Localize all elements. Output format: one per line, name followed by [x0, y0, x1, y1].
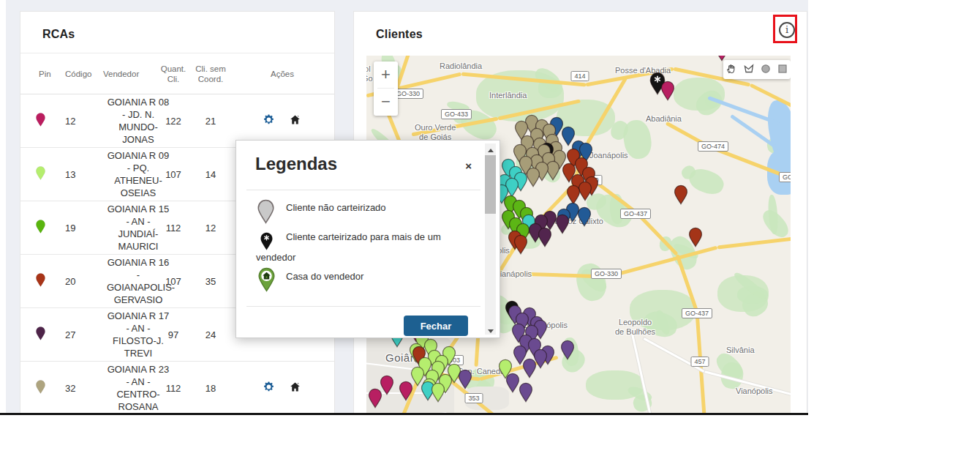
row-code: 12 — [65, 116, 75, 127]
legend-item-label: Cliente carteirizado para mais de um ven… — [256, 227, 477, 268]
map-place-label: Abadiânia — [646, 114, 682, 124]
row-no-coord: 21 — [195, 116, 227, 127]
map-place-label: Leopoldode Bulhões — [615, 318, 655, 337]
row-code: 27 — [65, 329, 75, 340]
map-pin[interactable] — [660, 81, 676, 104]
map-pin[interactable] — [368, 388, 383, 411]
row-no-coord: 14 — [195, 169, 227, 180]
info-icon[interactable]: i — [779, 22, 795, 38]
row-no-coord: 35 — [195, 276, 227, 287]
row-settings-button[interactable] — [263, 381, 275, 395]
map-pin[interactable] — [431, 382, 446, 406]
row-pin-icon — [35, 273, 46, 290]
map-pin[interactable] — [522, 358, 538, 381]
road-shield: GO-330 — [591, 269, 622, 279]
window-bottom-border — [0, 413, 808, 415]
map-pin[interactable] — [458, 369, 473, 392]
pan-tool-button[interactable] — [725, 62, 739, 77]
row-code: 20 — [65, 276, 75, 287]
zoom-in-button[interactable]: + — [374, 61, 398, 88]
row-code: 32 — [65, 383, 75, 394]
row-code: 19 — [65, 223, 75, 234]
row-qty: 122 — [157, 116, 189, 127]
map-place-label: Interlândia — [489, 91, 527, 100]
scrollbar-thumb[interactable] — [485, 155, 496, 214]
polygon-tool-button[interactable] — [742, 62, 756, 77]
map-pin[interactable] — [674, 184, 689, 208]
road-shield: GO-437 — [620, 209, 651, 219]
row-pin-icon — [35, 326, 46, 343]
circle-tool-button[interactable] — [758, 62, 773, 77]
column-pin: Pin — [39, 69, 51, 79]
map-pin[interactable] — [519, 382, 534, 406]
row-settings-button[interactable] — [263, 113, 275, 128]
column-vendor: Vendedor — [103, 69, 139, 79]
row-pin-icon — [35, 113, 46, 130]
map-pin[interactable] — [560, 340, 576, 363]
close-icon[interactable]: × — [465, 160, 472, 172]
road-shield: GO — [779, 172, 791, 182]
map-place-label: Silvânia — [726, 346, 755, 355]
annotation-highlight-box: i — [773, 15, 797, 43]
row-pin-icon — [35, 166, 46, 183]
row-no-coord: 18 — [195, 383, 227, 394]
row-home-button[interactable] — [289, 114, 301, 128]
row-no-coord: 24 — [195, 329, 227, 340]
road-shield: GO-437 — [682, 308, 712, 318]
road-shield: 353 — [464, 393, 483, 403]
road — [717, 237, 791, 250]
zoom-out-button[interactable]: − — [374, 89, 398, 115]
column-actions: Ações — [264, 69, 301, 79]
road-shield: 457 — [690, 357, 709, 367]
row-no-coord: 12 — [195, 223, 227, 234]
legend-item-label: Casa do vendedor — [256, 266, 477, 287]
row-code: 13 — [65, 169, 75, 180]
column-code: Código — [65, 69, 91, 79]
map-place-label: Radiolândia — [440, 61, 482, 71]
map-place-label: Vianópolis — [736, 387, 773, 396]
rcas-panel-title: RCAs — [42, 28, 75, 41]
map-place-label: Joanápolis — [589, 151, 628, 160]
road-shield: GO-474 — [698, 141, 728, 152]
map-pin[interactable] — [399, 381, 414, 404]
column-qty: Quant. Cli. — [157, 64, 189, 84]
map-place-label: olGo — [366, 64, 373, 83]
legend-modal-title: Legendas — [255, 154, 337, 174]
map-pin[interactable] — [555, 214, 570, 237]
row-qty: 97 — [157, 329, 189, 340]
page: RCAs Pin Código Vendedor Quant. Cli. Cli… — [0, 0, 980, 459]
fechar-button[interactable]: Fechar — [404, 316, 468, 336]
divider — [246, 306, 480, 307]
row-home-button[interactable] — [289, 381, 301, 395]
divider — [246, 190, 480, 190]
road — [644, 337, 704, 373]
map-pin[interactable] — [538, 227, 553, 250]
row-pin-icon — [35, 380, 46, 397]
row-qty: 112 — [157, 383, 189, 394]
clientes-panel-title: Clientes — [376, 28, 423, 41]
modal-scrollbar[interactable] — [485, 143, 496, 335]
square-tool-button[interactable] — [775, 62, 790, 77]
map-pin[interactable] — [513, 234, 529, 258]
table-header: Pin Código Vendedor Quant. Cli. Cli. sem… — [20, 53, 334, 94]
row-qty: 107 — [157, 276, 189, 287]
row-pin-icon — [35, 220, 46, 236]
scroll-down-button[interactable] — [485, 324, 496, 335]
map-zoom-control: + − — [374, 61, 398, 116]
legend-modal: Legendas × Cliente não carteirizadoClien… — [235, 140, 500, 338]
row-qty: 112 — [157, 223, 189, 234]
map-decoration — [573, 261, 609, 303]
map-pin[interactable] — [577, 206, 592, 230]
map-drawing-toolbar — [723, 60, 791, 79]
road-shield: 414 — [570, 71, 589, 81]
map-pin[interactable] — [688, 227, 704, 250]
road-shield: GO-433 — [441, 109, 472, 119]
legend-item-label: Cliente não carteirizado — [256, 198, 477, 218]
table-row: 32GOIANIA R 23 - AN - CENTRO-ROSANA11218 — [20, 362, 334, 414]
row-qty: 107 — [157, 169, 189, 180]
column-no-coord: Cli. sem Coord. — [195, 64, 227, 84]
scroll-up-button[interactable] — [485, 143, 496, 154]
